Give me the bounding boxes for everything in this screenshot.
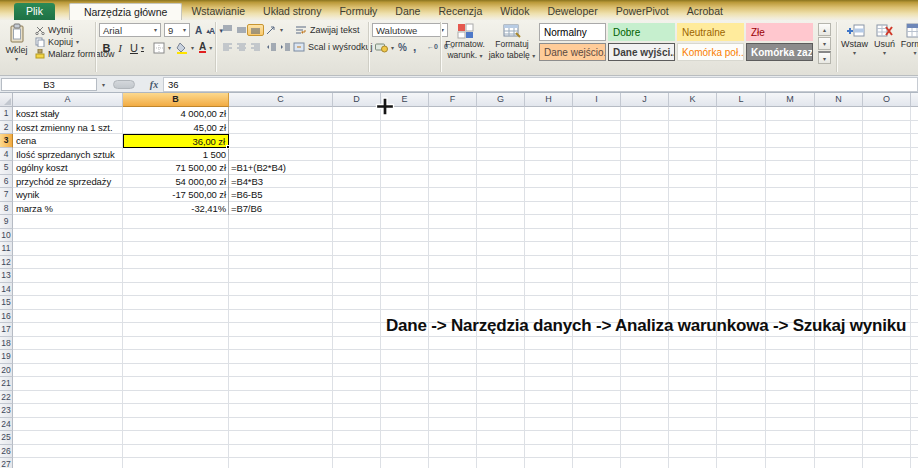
row-header-3[interactable]: 3: [0, 134, 13, 148]
row-header-25[interactable]: 25: [0, 431, 13, 445]
row-header-16[interactable]: 16: [0, 310, 13, 324]
gallery-more-button[interactable]: ▾: [818, 51, 831, 64]
insert-cells-button[interactable]: Wstaw ▾: [840, 23, 869, 69]
orientation-button[interactable]: ▾: [263, 24, 286, 36]
font-size-combo[interactable]: 9 ▾: [164, 23, 190, 37]
accounting-format-button[interactable]: ▾: [372, 41, 397, 54]
row-header-26[interactable]: 26: [0, 445, 13, 459]
tab-widok[interactable]: Widok: [491, 3, 538, 20]
tab-uklad-strony[interactable]: Układ strony: [254, 3, 330, 20]
cell-style-zle[interactable]: Złe: [746, 23, 813, 41]
col-header-H[interactable]: H: [525, 93, 573, 107]
row-header-23[interactable]: 23: [0, 404, 13, 418]
row-header-27[interactable]: 27: [0, 458, 13, 468]
row-header-17[interactable]: 17: [0, 323, 13, 337]
tab-narzedzia-glowne[interactable]: Narzędzia główne: [69, 3, 182, 20]
insert-function-button[interactable]: fx: [146, 77, 162, 92]
row-header-6[interactable]: 6: [0, 175, 13, 189]
row-header-10[interactable]: 10: [0, 229, 13, 243]
col-header-I[interactable]: I: [573, 93, 621, 107]
col-header-C[interactable]: C: [229, 93, 333, 107]
cell-B7[interactable]: -17 500,00 zł: [123, 188, 229, 202]
font-family-combo[interactable]: Arial ▾: [99, 23, 161, 37]
cell-B2[interactable]: 45,00 zł: [123, 121, 229, 135]
row-header-9[interactable]: 9: [0, 215, 13, 229]
italic-button[interactable]: I: [114, 41, 126, 55]
cell-style-dobre[interactable]: Dobre: [608, 23, 675, 41]
font-color-button[interactable]: A ▾: [196, 41, 215, 54]
row-header-4[interactable]: 4: [0, 148, 13, 162]
col-header-M[interactable]: M: [766, 93, 815, 107]
row-header-14[interactable]: 14: [0, 283, 13, 297]
gallery-scroll-down-button[interactable]: ▾: [818, 37, 831, 50]
cell-B4[interactable]: 1 500: [123, 148, 229, 162]
col-header-O[interactable]: O: [863, 93, 911, 107]
row-header-12[interactable]: 12: [0, 256, 13, 270]
cell-A2[interactable]: koszt zmienny na 1 szt.: [13, 121, 123, 135]
cell-A1[interactable]: koszt stały: [13, 107, 123, 121]
cell-A4[interactable]: Ilość sprzedanych sztuk: [13, 148, 123, 162]
name-box-dropdown-icon[interactable]: ▾: [97, 78, 110, 91]
row-header-20[interactable]: 20: [0, 364, 13, 378]
col-header-edge[interactable]: [911, 93, 918, 107]
select-all-corner[interactable]: [0, 93, 13, 107]
cell-A3[interactable]: cena: [13, 134, 123, 148]
col-header-L[interactable]: L: [717, 93, 766, 107]
wrap-text-button[interactable]: Zawijaj tekst: [292, 24, 363, 36]
cell-C7[interactable]: =B6-B5: [229, 188, 333, 202]
row-header-22[interactable]: 22: [0, 391, 13, 405]
tab-formuly[interactable]: Formuły: [330, 3, 386, 20]
align-bottom-button[interactable]: [247, 24, 264, 36]
cell-A5[interactable]: ogólny koszt: [13, 161, 123, 175]
col-header-N[interactable]: N: [815, 93, 863, 107]
fill-handle[interactable]: [226, 145, 230, 149]
row-header-11[interactable]: 11: [0, 242, 13, 256]
cell-A7[interactable]: wynik: [13, 188, 123, 202]
tab-powerpivot[interactable]: PowerPivot: [607, 3, 678, 20]
col-header-K[interactable]: K: [669, 93, 717, 107]
format-cells-button[interactable]: Format ▾: [900, 23, 918, 69]
bold-button[interactable]: B: [100, 41, 113, 55]
increase-decimal-button[interactable]: ←0: [424, 42, 441, 51]
cell-A8[interactable]: marza %: [13, 202, 123, 216]
cell-C6[interactable]: =B4*B3: [229, 175, 333, 189]
row-header-21[interactable]: 21: [0, 377, 13, 391]
tab-acrobat[interactable]: Acrobat: [678, 3, 732, 20]
tab-recenzja[interactable]: Recenzja: [429, 3, 491, 20]
cell-B1[interactable]: 4 000,00 zł: [123, 107, 229, 121]
fill-color-button[interactable]: ▾: [173, 41, 197, 55]
comma-style-button[interactable]: ,: [410, 39, 419, 55]
row-header-2[interactable]: 2: [0, 121, 13, 135]
col-header-F[interactable]: F: [429, 93, 477, 107]
cell-B8[interactable]: -32,41%: [123, 202, 229, 216]
cell-B5[interactable]: 71 500,00 zł: [123, 161, 229, 175]
cell-A6[interactable]: przychód ze sprzedaży: [13, 175, 123, 189]
col-header-J[interactable]: J: [621, 93, 669, 107]
cell-style-dane-wejsciowe[interactable]: Dane wejścio...: [539, 43, 606, 61]
cell-style-normalny[interactable]: Normalny: [539, 23, 606, 41]
col-header-A[interactable]: A: [13, 93, 123, 107]
row-header-24[interactable]: 24: [0, 418, 13, 432]
row-header-1[interactable]: 1: [0, 107, 13, 121]
col-header-G[interactable]: G: [477, 93, 525, 107]
row-header-15[interactable]: 15: [0, 296, 13, 310]
cell-B6[interactable]: 54 000,00 zł: [123, 175, 229, 189]
col-header-B[interactable]: B: [123, 93, 229, 107]
align-right-button[interactable]: [247, 41, 264, 53]
tab-dane[interactable]: Dane: [386, 3, 429, 20]
cell-style-komorka-polaczona[interactable]: Komórka poł...: [677, 43, 744, 61]
cell-B3[interactable]: 36,00 zł: [123, 134, 229, 148]
tab-plik[interactable]: Plik: [14, 3, 55, 20]
gallery-scroll-up-button[interactable]: ▴: [818, 23, 831, 36]
row-header-18[interactable]: 18: [0, 337, 13, 351]
underline-button[interactable]: U▾: [127, 41, 147, 55]
borders-button[interactable]: ▾: [150, 41, 174, 55]
cell-C5[interactable]: =B1+(B2*B4): [229, 161, 333, 175]
formula-bar-handle[interactable]: [113, 80, 135, 89]
delete-cells-button[interactable]: Usuń ▾: [871, 23, 898, 69]
paste-button[interactable]: Wklej ▾: [3, 23, 30, 67]
row-header-5[interactable]: 5: [0, 161, 13, 175]
tab-deweloper[interactable]: Deweloper: [538, 3, 606, 20]
row-header-8[interactable]: 8: [0, 202, 13, 216]
paste-dropdown-icon[interactable]: ▾: [15, 56, 18, 62]
